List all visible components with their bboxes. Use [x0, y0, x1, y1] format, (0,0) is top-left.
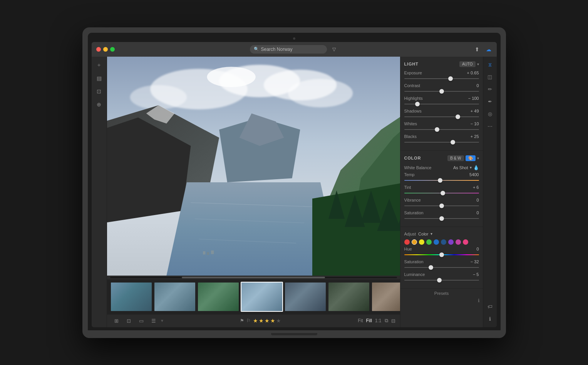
luminance-track[interactable]	[404, 278, 479, 283]
light-title: LIGHT	[404, 62, 419, 66]
star-5[interactable]: ★	[276, 318, 281, 324]
auto-badge[interactable]: AUTO	[459, 61, 476, 67]
temp-track[interactable]	[404, 178, 479, 183]
add-icon[interactable]: ＋	[94, 60, 104, 71]
hue-track[interactable]	[404, 252, 479, 257]
whites-thumb[interactable]	[435, 127, 439, 132]
color-mode-badge[interactable]: 🎨	[466, 155, 476, 161]
compare-icon[interactable]: ⧉	[385, 318, 388, 324]
blacks-thumb[interactable]	[451, 140, 455, 145]
app-window: 🔍 Search Norway ▽ ⬆ ☁ ＋ ▤ ⊡ ⊕	[92, 42, 497, 327]
flag-icon[interactable]: ⚑	[240, 318, 244, 323]
fit-label[interactable]: Fit	[358, 318, 363, 323]
color-dot-pink[interactable]	[463, 239, 468, 245]
histogram-toolbar-icon[interactable]: ◫	[485, 72, 495, 82]
color-dot-purple[interactable]	[448, 239, 454, 245]
color-chevron-icon[interactable]: ▾	[477, 156, 479, 160]
exposure-track[interactable]	[404, 76, 479, 81]
shadows-thumb[interactable]	[456, 114, 460, 119]
sliders-toolbar-icon[interactable]: ⧖	[485, 60, 495, 70]
white-balance-label: White Balance	[404, 165, 432, 170]
saturation-track[interactable]	[404, 216, 479, 221]
dropper-icon[interactable]: 💧	[473, 165, 479, 170]
color-dots-row	[400, 238, 483, 246]
star-rating[interactable]: ★ ★ ★ ★ ★	[253, 318, 281, 324]
search-bar[interactable]: 🔍 Search Norway	[250, 45, 327, 54]
maximize-button[interactable]	[110, 47, 115, 52]
tag-toolbar-icon[interactable]: 🏷	[485, 302, 495, 312]
hsl-saturation-track[interactable]	[404, 265, 479, 270]
color-dot-green[interactable]	[426, 239, 432, 245]
filter-icon[interactable]: ▽	[330, 45, 338, 54]
color-dot-blue[interactable]	[441, 239, 446, 245]
fill-label[interactable]: Fill	[366, 318, 372, 323]
star-3[interactable]: ★	[265, 318, 270, 324]
cloud-icon[interactable]: ☁	[484, 45, 493, 54]
light-chevron-icon[interactable]: ▾	[477, 62, 479, 66]
adjust-value[interactable]: Color	[418, 232, 428, 236]
single-view-icon[interactable]: ▭	[136, 316, 146, 326]
wb-chevron-icon[interactable]: ▾	[470, 165, 472, 170]
split-icon[interactable]: ⊟	[391, 318, 395, 324]
grid-medium-icon[interactable]: ⊡	[124, 316, 134, 326]
color-dot-yellow[interactable]	[419, 239, 424, 245]
color-title: COLOR	[404, 156, 421, 160]
star-4[interactable]: ★	[270, 318, 275, 324]
color-dot-aqua[interactable]	[434, 239, 439, 245]
star-1[interactable]: ★	[253, 318, 258, 324]
ratio-label[interactable]: 1:1	[375, 318, 382, 323]
blacks-track[interactable]	[404, 140, 479, 145]
circle-toolbar-icon[interactable]: ◎	[485, 109, 495, 119]
share-icon[interactable]: ⬆	[473, 45, 481, 54]
whites-track[interactable]	[404, 127, 479, 132]
color-dot-red[interactable]	[404, 239, 410, 245]
dots-toolbar-icon[interactable]: ⋯	[485, 121, 495, 131]
brush-toolbar-icon[interactable]: ✏	[485, 84, 495, 94]
highlights-track[interactable]	[404, 101, 479, 107]
filmstrip-thumb-6[interactable]	[328, 282, 370, 312]
shadows-track[interactable]	[404, 114, 479, 119]
crop-icon[interactable]: ⊡	[94, 86, 104, 97]
luminance-thumb[interactable]	[437, 278, 442, 283]
saturation-thumb[interactable]	[439, 216, 444, 221]
list-view-icon[interactable]: ☰	[149, 316, 159, 326]
pen-toolbar-icon[interactable]: ✒	[485, 97, 495, 107]
white-balance-value[interactable]: As Shot	[453, 165, 468, 170]
unflag-icon[interactable]: ⚐	[246, 318, 251, 323]
layers-icon[interactable]: ▤	[94, 73, 104, 84]
contrast-thumb[interactable]	[439, 89, 444, 94]
filmstrip-thumb-1[interactable]	[110, 282, 152, 312]
filmstrip-thumb-3[interactable]	[197, 282, 240, 312]
contrast-track[interactable]	[404, 89, 479, 94]
tint-track[interactable]	[404, 190, 479, 196]
close-button[interactable]	[96, 47, 101, 52]
bw-badge[interactable]: B & W	[447, 155, 464, 161]
highlights-thumb[interactable]	[415, 102, 420, 106]
adjust-chevron-icon[interactable]: ▾	[431, 232, 432, 236]
heal-icon[interactable]: ⊕	[94, 99, 104, 110]
presets-label[interactable]: Presets	[400, 289, 483, 297]
vibrance-track[interactable]	[404, 203, 479, 209]
temp-thumb[interactable]	[438, 178, 442, 183]
filmstrip-thumb-2[interactable]	[154, 282, 196, 312]
filmstrip-thumb-7[interactable]	[371, 282, 400, 312]
filmstrip-thumb-5[interactable]	[284, 282, 327, 312]
hue-thumb[interactable]	[439, 252, 444, 257]
minimize-button[interactable]	[103, 47, 108, 52]
star-2[interactable]: ★	[259, 318, 264, 324]
svg-rect-25	[203, 251, 205, 254]
exposure-thumb[interactable]	[448, 76, 453, 81]
tint-slider-row: Tint + 6	[400, 185, 483, 197]
vibrance-thumb[interactable]	[439, 204, 444, 208]
light-section-header: LIGHT AUTO ▾	[400, 60, 483, 70]
color-dot-orange[interactable]	[412, 239, 417, 245]
hsl-saturation-thumb[interactable]	[429, 265, 433, 270]
info-toolbar-icon[interactable]: ℹ	[485, 314, 495, 324]
info-icon[interactable]: ℹ	[478, 298, 480, 303]
grid-small-icon[interactable]: ⊞	[112, 316, 122, 326]
adjust-label: Adjust	[404, 232, 416, 236]
bottom-bar-center: ⚑ ⚐ ★ ★ ★ ★ ★	[163, 318, 358, 324]
filmstrip-thumb-4[interactable]	[241, 282, 283, 312]
tint-thumb[interactable]	[441, 191, 445, 195]
color-dot-magenta[interactable]	[456, 239, 461, 245]
